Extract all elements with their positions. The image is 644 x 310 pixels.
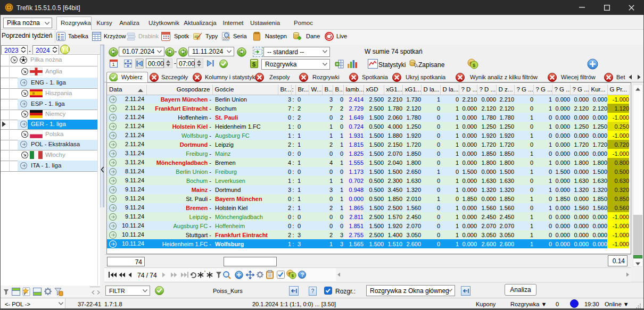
svg-text:?: ?: [301, 272, 304, 278]
svg-text:1: 1: [112, 61, 115, 67]
svg-text:$: $: [252, 61, 255, 68]
svg-text:$: $: [292, 273, 294, 278]
svg-text:$: $: [473, 63, 475, 68]
